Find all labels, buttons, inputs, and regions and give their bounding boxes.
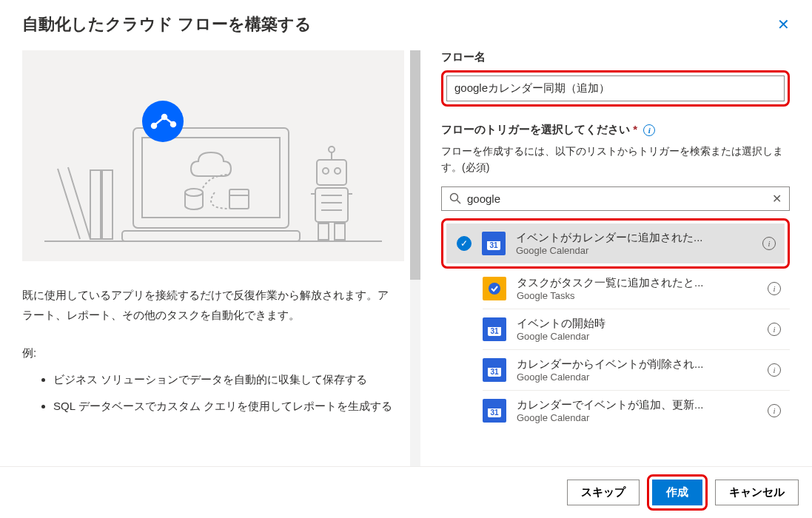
example-item: ビジネス ソリューションでデータを自動的に収集して保存する <box>53 370 398 389</box>
trigger-subtitle: Google Calendar <box>516 245 752 256</box>
google-calendar-icon: 31 <box>483 358 506 382</box>
trigger-title: イベントの開始時 <box>517 317 757 331</box>
svg-rect-3 <box>102 170 113 239</box>
svg-line-1 <box>68 167 90 239</box>
skip-button[interactable]: スキップ <box>567 480 640 505</box>
info-icon[interactable]: i <box>643 124 655 136</box>
svg-rect-2 <box>90 170 101 239</box>
svg-text:31: 31 <box>490 327 499 335</box>
svg-point-7 <box>185 189 203 196</box>
info-icon[interactable]: i <box>762 237 776 250</box>
close-icon[interactable]: ✕ <box>777 16 790 33</box>
trigger-subtitle: Google Tasks <box>517 290 757 301</box>
svg-point-14 <box>329 147 335 152</box>
info-icon[interactable]: i <box>768 323 781 336</box>
info-icon[interactable]: i <box>768 282 781 295</box>
illustration <box>22 50 404 261</box>
svg-rect-6 <box>122 231 300 241</box>
left-description: 既に使用しているアプリを接続するだけで反復作業から解放されます。アラート、レポー… <box>22 285 398 325</box>
trigger-title: タスクがタスク一覧に追加されたと... <box>517 276 757 290</box>
svg-point-11 <box>323 168 329 174</box>
google-calendar-icon: 31 <box>482 232 506 255</box>
trigger-search[interactable]: ✕ <box>441 186 790 211</box>
google-tasks-icon <box>483 277 506 300</box>
svg-text:31: 31 <box>490 408 499 417</box>
svg-text:31: 31 <box>489 241 498 249</box>
search-icon <box>449 192 461 204</box>
trigger-label: フローのトリガーを選択してください * i <box>441 123 790 137</box>
trigger-item[interactable]: タスクがタスク一覧に追加されたと... Google Tasks i <box>483 269 790 309</box>
info-icon[interactable]: i <box>768 363 781 377</box>
cancel-button[interactable]: キャンセル <box>715 480 799 505</box>
trigger-item-selected[interactable]: ✓ 31 イベントがカレンダーに追加された... Google Calendar… <box>446 223 785 263</box>
trigger-subtitle: Google Calendar <box>517 412 757 423</box>
trigger-item[interactable]: 31 カレンダーからイベントが削除され... Google Calendar i <box>483 350 790 391</box>
scrollbar-thumb[interactable] <box>410 50 420 280</box>
trigger-title: カレンダーでイベントが追加、更新... <box>517 398 757 412</box>
examples-label: 例: <box>22 343 398 363</box>
google-calendar-icon: 31 <box>483 399 506 423</box>
flow-name-input[interactable] <box>446 75 785 101</box>
svg-rect-10 <box>317 160 346 185</box>
svg-point-30 <box>451 194 458 201</box>
trigger-title: イベントがカレンダーに追加された... <box>516 231 752 245</box>
trigger-item[interactable]: 31 イベントの開始時 Google Calendar i <box>483 309 790 350</box>
svg-text:31: 31 <box>490 368 499 376</box>
svg-rect-22 <box>335 223 345 240</box>
svg-line-0 <box>58 169 80 239</box>
flow-name-label: フロー名 <box>441 50 790 64</box>
clear-icon[interactable]: ✕ <box>772 192 782 206</box>
google-calendar-icon: 31 <box>483 317 506 341</box>
svg-point-35 <box>489 283 500 295</box>
trigger-search-input[interactable] <box>467 192 772 205</box>
svg-rect-15 <box>315 188 348 222</box>
trigger-item[interactable]: 31 カレンダーでイベントが追加、更新... Google Calendar i <box>483 391 790 431</box>
radio-checked-icon[interactable]: ✓ <box>457 236 472 251</box>
create-button[interactable]: 作成 <box>652 480 702 505</box>
dialog-title: 自動化したクラウド フローを構築する <box>22 13 312 36</box>
svg-rect-4 <box>133 128 289 228</box>
svg-rect-21 <box>318 223 329 240</box>
svg-rect-8 <box>229 189 249 209</box>
trigger-subtitle: Google Calendar <box>517 331 757 342</box>
trigger-description: フローを作成するには、以下のリストからトリガーを検索または選択します。(必須) <box>441 143 790 176</box>
example-item: SQL データベースでカスタム クエリを使用してレポートを生成する <box>53 397 398 416</box>
trigger-subtitle: Google Calendar <box>517 371 757 383</box>
trigger-title: カレンダーからイベントが削除され... <box>517 357 757 371</box>
svg-rect-5 <box>142 138 280 218</box>
svg-line-31 <box>457 201 461 204</box>
info-icon[interactable]: i <box>768 404 781 417</box>
svg-point-12 <box>335 168 340 174</box>
scrollbar[interactable] <box>410 50 420 474</box>
svg-point-24 <box>142 101 184 142</box>
